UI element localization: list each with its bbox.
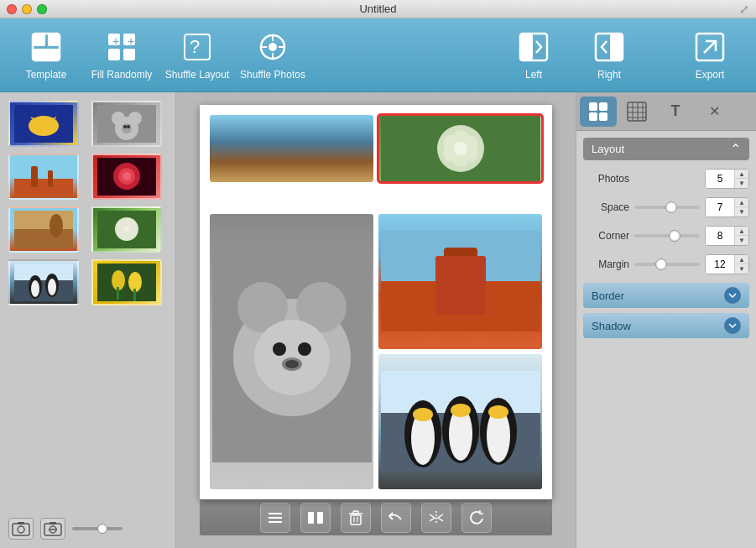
svg-rect-37 [31,166,38,187]
fit-button[interactable] [260,503,290,533]
split-button[interactable] [300,503,331,533]
svg-rect-19 [521,34,533,60]
margin-decrement[interactable]: ▼ [735,264,748,274]
svg-point-67 [18,526,24,533]
close-button[interactable] [7,4,17,14]
photo-sidebar [0,92,176,548]
space-input-wrap[interactable]: ▲ ▼ [705,197,749,217]
add-photo-button[interactable] [8,518,34,540]
photo-slot-mid-right[interactable] [378,214,542,349]
template-label: Template [26,69,67,81]
corner-stepper[interactable]: ▲ ▼ [734,227,748,245]
flip-button[interactable] [421,503,451,533]
svg-rect-95 [435,256,486,315]
resize-icon[interactable]: ⤢ [739,3,749,16]
rotate-button[interactable] [461,503,492,533]
svg-point-42 [123,172,131,180]
svg-rect-110 [308,512,314,524]
photo-slot-large-left[interactable] [210,214,373,489]
layout-section-header[interactable]: Layout ⌃ [583,138,749,160]
template-button[interactable]: Template [8,22,84,89]
space-label: Space [583,201,629,213]
minimize-button[interactable] [22,4,32,14]
photos-stepper[interactable]: ▲ ▼ [734,170,748,188]
right-panel: T ✕ Layout ⌃ Photos ▲ ▼ [576,92,756,548]
photo-slot-top-right[interactable] [378,115,542,182]
corner-input[interactable] [706,227,734,245]
tab-text[interactable]: T [657,97,694,127]
left-label: Left [525,69,542,81]
remove-photo-button[interactable] [40,518,65,540]
svg-point-104 [413,408,433,421]
svg-point-106 [488,405,508,419]
right-label: Right [597,69,621,81]
shuffle-photos-button[interactable]: Shuffle Photos [235,22,310,89]
sidebar-photo-tulip[interactable] [91,259,162,305]
svg-point-105 [451,404,471,417]
sidebar-photo-penguin[interactable] [8,259,79,305]
tab-layout[interactable] [580,97,617,127]
svg-rect-120 [589,112,597,121]
margin-increment[interactable]: ▲ [735,255,748,264]
photos-input[interactable] [706,170,734,188]
zoom-slider[interactable] [72,527,123,530]
photos-label: Photos [583,173,629,185]
fill-randomly-label: Fill Randomly [91,69,153,81]
svg-point-13 [269,43,277,51]
left-button[interactable]: Left [496,22,571,89]
sidebar-photo-flower[interactable] [91,206,162,253]
shuffle-photos-label: Shuffle Photos [240,69,305,81]
photo-slot-top-left[interactable] [210,115,373,182]
svg-rect-64 [117,287,119,300]
undo-button[interactable] [381,503,411,533]
photo-grid [8,101,167,305]
photos-input-wrap[interactable]: ▲ ▼ [705,169,749,189]
photos-increment[interactable]: ▲ [735,170,748,179]
svg-text:+: + [128,34,134,48]
margin-slider[interactable] [634,263,700,266]
photos-decrement[interactable]: ▼ [735,179,748,188]
svg-point-30 [112,112,125,125]
sidebar-photo-bug[interactable] [8,101,79,147]
border-section[interactable]: Border [583,283,749,308]
sidebar-photo-bear[interactable] [91,101,162,147]
space-slider[interactable] [634,206,700,209]
corner-increment[interactable]: ▲ [735,227,748,236]
tab-pattern[interactable] [618,97,655,127]
fill-randomly-button[interactable]: + + Fill Randomly [84,22,159,89]
space-decrement[interactable]: ▼ [735,207,748,217]
right-button[interactable]: Right [571,22,647,89]
maximize-button[interactable] [37,4,47,14]
shuffle-layout-label: Shuffle Layout [165,69,230,81]
shuffle-photos-icon [256,30,289,64]
sidebar-photo-dahlia[interactable] [91,154,162,200]
right-icon [592,30,626,64]
corner-decrement[interactable]: ▼ [735,236,748,245]
corner-input-wrap[interactable]: ▲ ▼ [705,226,749,246]
svg-point-82 [454,142,467,155]
sidebar-photo-desert2[interactable] [8,206,79,253]
export-button[interactable]: Export [672,22,748,89]
margin-control-row: Margin ▲ ▼ [583,254,749,274]
shuffle-layout-button[interactable]: ? Shuffle Layout [159,22,235,89]
svg-rect-38 [48,170,53,187]
margin-input-wrap[interactable]: ▲ ▼ [705,254,749,274]
photo-slot-bot-right[interactable] [378,354,542,489]
space-stepper[interactable]: ▲ ▼ [734,198,748,217]
tab-close[interactable]: ✕ [696,97,733,127]
svg-rect-71 [50,522,56,525]
sidebar-photo-desert[interactable] [8,154,79,200]
canvas-toolbar [200,499,552,535]
delete-button[interactable] [341,503,371,533]
margin-stepper[interactable]: ▲ ▼ [734,255,748,274]
svg-rect-3 [33,49,60,60]
margin-input[interactable] [706,255,734,274]
window-title: Untitled [359,3,396,15]
main-area: T ✕ Layout ⌃ Photos ▲ ▼ [0,92,756,548]
space-input[interactable] [706,198,734,217]
window-controls[interactable] [7,4,47,14]
space-increment[interactable]: ▲ [735,198,748,207]
shadow-section[interactable]: Shadow [583,313,749,338]
corner-slider[interactable] [634,234,700,237]
space-control-row: Space ▲ ▼ [583,197,749,217]
